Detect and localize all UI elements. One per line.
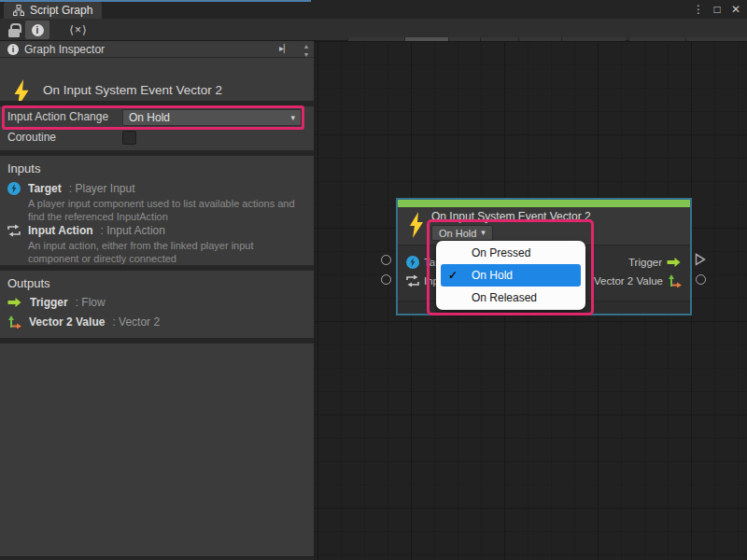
input-action-row: Input Action : Input Action (7, 224, 165, 237)
graph-inspector-panel: i Graph Inspector ▸| ▲ ▼ On Input System… (0, 41, 314, 556)
panel-scrollbar[interactable]: ▲ ▼ (301, 42, 312, 59)
inspector-toggle-button[interactable]: i (25, 21, 49, 39)
tab-bar: Script Graph ⋮ □ ✕ (0, 0, 747, 19)
node-title-section: On Input System Event Vector 2 (0, 59, 314, 141)
menu-item-on-pressed[interactable]: On Pressed (441, 242, 581, 264)
node-dropdown-button[interactable]: On Hold ▾ (431, 225, 493, 241)
input-action-icon (7, 224, 21, 237)
node-event-color-bar (398, 200, 690, 207)
input-action-change-label: Input Action Change (7, 109, 108, 125)
vector2-port[interactable] (696, 274, 706, 285)
scroll-down-icon[interactable]: ▼ (303, 50, 310, 59)
panel-title: Graph Inspector (24, 43, 105, 56)
window-controls: ⋮ □ ✕ (691, 2, 743, 17)
output-trigger-row: Trigger : Flow (7, 296, 106, 309)
divider (0, 101, 314, 106)
lock-icon (8, 29, 20, 37)
close-icon[interactable]: ✕ (728, 2, 743, 17)
input-action-change-dropdown[interactable]: On Hold ▾ (122, 109, 302, 126)
chevron-down-icon: ▾ (290, 114, 295, 122)
node-title: On Input System Event Vector 2 (431, 210, 591, 223)
window-menu-icon[interactable]: ⋮ (691, 2, 706, 17)
flow-arrow-icon (667, 257, 682, 268)
script-graph-window: Script Graph ⋮ □ ✕ i ⟨×⟩ Sphere Zoom (0, 0, 747, 560)
graph-inspector-header: i Graph Inspector (0, 41, 314, 58)
input-target-description: A player input component used to list av… (28, 198, 314, 223)
node-port-label-trigger: Trigger (628, 257, 662, 268)
divider (0, 265, 314, 271)
divider (0, 150, 314, 156)
triangle-port-icon (695, 253, 706, 266)
inspector-node-title: On Input System Event Vector 2 (43, 83, 222, 97)
event-bolt-icon (407, 211, 426, 239)
info-icon: i (32, 24, 44, 36)
player-input-icon (7, 182, 21, 195)
check-icon: ✓ (448, 269, 458, 282)
coroutine-label: Coroutine (7, 130, 56, 146)
vector2-icon (7, 315, 21, 329)
output-vector2-row: Vector 2 Value : Vector 2 (7, 315, 160, 329)
divider (0, 338, 314, 343)
vector2-icon (668, 274, 682, 287)
lock-button[interactable] (5, 21, 23, 39)
toolbar: i ⟨×⟩ Sphere Zoom 1x Relations Values Di… (0, 19, 747, 41)
flow-arrow-icon (7, 297, 22, 308)
player-input-icon (406, 256, 419, 269)
coroutine-checkbox[interactable] (122, 131, 136, 145)
input-action-port[interactable] (381, 274, 391, 285)
outputs-header: Outputs (7, 276, 50, 290)
input-action-description: An input action, either from the linked … (28, 240, 314, 265)
chevron-down-icon: ▾ (481, 229, 486, 237)
tab-script-graph[interactable]: Script Graph (4, 2, 102, 19)
dropdown-menu: On Pressed ✓ On Hold On Released (436, 241, 585, 310)
script-graph-icon (13, 5, 24, 16)
maximize-icon[interactable]: □ (710, 2, 725, 17)
trigger-port[interactable] (695, 253, 706, 270)
inputs-header: Inputs (7, 161, 40, 175)
menu-item-on-hold[interactable]: ✓ On Hold (441, 264, 581, 287)
scroll-up-icon[interactable]: ▲ (303, 42, 310, 50)
tab-label: Script Graph (30, 4, 92, 17)
dropdown-value: On Hold (129, 111, 170, 124)
dock-icon[interactable]: ▸| (279, 43, 285, 53)
node-port-label-vector2: Vector 2 Value (594, 275, 663, 287)
menu-item-on-released[interactable]: On Released (441, 287, 581, 309)
input-target-row: Target : Player Input (7, 182, 135, 195)
code-view-button[interactable]: ⟨×⟩ (58, 21, 99, 39)
info-icon: i (7, 44, 19, 55)
panel-bottom-edge (0, 556, 314, 560)
target-port[interactable] (381, 255, 391, 265)
input-action-icon (406, 274, 419, 287)
node-header: On Input System Event Vector 2 On Hold ▾ (398, 207, 690, 245)
